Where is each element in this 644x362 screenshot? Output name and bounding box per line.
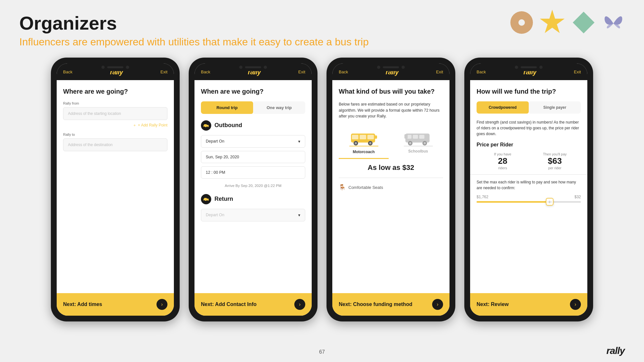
price-divider bbox=[470, 174, 587, 175]
exit-button[interactable]: Exit bbox=[436, 70, 443, 74]
motorcoach-option[interactable]: Motorcoach bbox=[339, 126, 389, 159]
slider-fill bbox=[477, 201, 550, 203]
return-chevron: ▾ bbox=[298, 213, 300, 218]
camera-icon-2 bbox=[539, 66, 543, 69]
add-rally-point-label: + Add Rally Point bbox=[138, 123, 167, 127]
riders-label: riders bbox=[477, 166, 529, 170]
comfort-label: Comfortable Seats bbox=[348, 185, 383, 190]
add-rally-point-button[interactable]: ＋ + Add Rally Point bbox=[63, 123, 167, 128]
seat-icon: 🪑 bbox=[339, 184, 346, 191]
svg-point-7 bbox=[206, 200, 208, 201]
svg-rect-5 bbox=[204, 198, 207, 199]
crowdpowered-button[interactable]: Crowdpowered bbox=[477, 101, 529, 114]
phones-row: Back rally Exit Where are we going? Rall… bbox=[19, 58, 625, 321]
bus-description: Below fares are estimated based on our p… bbox=[339, 101, 443, 119]
page-number: 67 bbox=[319, 349, 325, 355]
back-button[interactable]: Back bbox=[63, 70, 72, 74]
bus-options: Motorcoach bbox=[339, 126, 443, 159]
page-container: Organizers Influencers are empowered wit… bbox=[0, 0, 644, 362]
back-button[interactable]: Back bbox=[201, 70, 210, 74]
svg-rect-1 bbox=[204, 124, 207, 125]
cta-3-label: Next: Choose funding method bbox=[339, 302, 412, 307]
shape-butterfly-icon bbox=[602, 12, 625, 33]
arrive-by-text: Arrive By Sep 20, 2020 @1:22 PM bbox=[201, 184, 305, 188]
date-field[interactable]: Sun, Sep 20, 2020 bbox=[201, 151, 305, 163]
exit-button[interactable]: Exit bbox=[298, 70, 305, 74]
slider-thumb: ◁▷ bbox=[546, 198, 554, 206]
phone-2-notch bbox=[227, 63, 279, 71]
return-title: Return bbox=[214, 196, 233, 202]
screen-4-title: How will we fund the trip? bbox=[477, 87, 581, 96]
exit-button[interactable]: Exit bbox=[160, 70, 167, 74]
cta-4-arrow: › bbox=[570, 299, 581, 310]
exit-button[interactable]: Exit bbox=[574, 70, 581, 74]
phone-3-screen: Back rally Exit What kind of bus will yo… bbox=[332, 63, 450, 316]
date-value: Sun, Sep 20, 2020 bbox=[206, 155, 239, 159]
svg-point-6 bbox=[204, 200, 205, 201]
svg-point-13 bbox=[355, 142, 357, 144]
phone-4-content: How will we fund the trip? Crowdpowered … bbox=[470, 80, 587, 293]
phone-4: Back rally Exit How will we fund the tri… bbox=[464, 58, 593, 321]
motorcoach-label: Motorcoach bbox=[353, 150, 374, 154]
schoolbus-option[interactable]: Schoolbus bbox=[393, 126, 443, 159]
return-depart-field[interactable]: Depart On ▾ bbox=[201, 209, 305, 221]
phone-2-screen: Back rally Exit When are we going? Round… bbox=[194, 63, 312, 316]
shape-circle-icon bbox=[510, 11, 533, 34]
then-pay-col: Then you'll pay $63 per rider bbox=[529, 152, 581, 170]
to-address-input[interactable]: Address of the destination bbox=[63, 138, 167, 151]
rally-from-label: Rally from bbox=[63, 101, 167, 105]
svg-rect-10 bbox=[360, 135, 366, 139]
cta-1-arrow: › bbox=[156, 299, 167, 310]
screen-2-title: When are we going? bbox=[201, 87, 305, 96]
phone-4-cta[interactable]: Next: Review › bbox=[470, 293, 587, 316]
speaker-icon bbox=[521, 66, 537, 68]
if-you-have-label: If you have bbox=[477, 152, 529, 156]
time-field[interactable]: 12 : 00 PM bbox=[201, 166, 305, 179]
fund-toggle: Crowdpowered Single payer bbox=[477, 101, 581, 114]
fund-description: Find strength (and cost savings) in numb… bbox=[477, 119, 581, 137]
phone-4-notch bbox=[503, 63, 554, 71]
screen-1-title: Where are we going? bbox=[63, 87, 167, 96]
time-value: 12 : 00 PM bbox=[206, 170, 225, 175]
per-rider-price: $63 bbox=[529, 156, 581, 166]
phone-2: Back rally Exit When are we going? Round… bbox=[189, 58, 317, 321]
camera-icon-2 bbox=[126, 66, 129, 69]
slider-track[interactable]: ◁▷ bbox=[477, 201, 581, 203]
camera-icon bbox=[101, 66, 105, 69]
shape-star-icon bbox=[539, 10, 565, 35]
price-banner: As low as $32 bbox=[339, 163, 443, 172]
phone-1-screen: Back rally Exit Where are we going? Rall… bbox=[57, 63, 174, 316]
back-button[interactable]: Back bbox=[339, 70, 348, 74]
return-depart-label: Depart On bbox=[206, 213, 224, 217]
set-max-desc: Set the max each rider is willing to pay… bbox=[477, 179, 581, 191]
phone-1-cta[interactable]: Next: Add times › bbox=[57, 293, 174, 316]
svg-rect-20 bbox=[419, 135, 424, 139]
price-per-rider-title: Price per Rider bbox=[477, 142, 581, 148]
trip-toggle: Round trip One way trip bbox=[201, 101, 305, 114]
slider-min-label: $1,762 bbox=[477, 195, 488, 199]
speaker-icon bbox=[245, 66, 261, 68]
one-way-button[interactable]: One way trip bbox=[253, 101, 305, 114]
svg-point-22 bbox=[409, 142, 411, 144]
cta-1-label: Next: Add times bbox=[63, 302, 102, 307]
phone-2-content: When are we going? Round trip One way tr… bbox=[194, 80, 312, 293]
price-grid: If you have 28 riders Then you'll pay $6… bbox=[477, 152, 581, 170]
camera-icon-2 bbox=[264, 66, 267, 69]
single-payer-button[interactable]: Single payer bbox=[529, 101, 581, 114]
screen-3-title: What kind of bus will you take? bbox=[339, 87, 443, 96]
phone-1-content: Where are we going? Rally from Address o… bbox=[57, 80, 174, 293]
comfort-row: 🪑 Comfortable Seats bbox=[339, 181, 443, 194]
depart-on-field[interactable]: Depart On ▾ bbox=[201, 135, 305, 148]
slider-labels-row: $1,762 $32 bbox=[477, 195, 581, 199]
from-address-input[interactable]: Address of the starting location bbox=[63, 107, 167, 120]
speaker-icon bbox=[383, 66, 399, 68]
depart-chevron: ▾ bbox=[298, 139, 300, 144]
return-header: Return bbox=[201, 194, 305, 204]
svg-rect-16 bbox=[374, 135, 377, 139]
svg-point-15 bbox=[369, 142, 371, 144]
phone-1-notch bbox=[90, 63, 141, 71]
phone-3-cta[interactable]: Next: Choose funding method › bbox=[332, 293, 450, 316]
back-button[interactable]: Back bbox=[477, 70, 486, 74]
round-trip-button[interactable]: Round trip bbox=[201, 101, 253, 114]
phone-2-cta[interactable]: Next: Add Contact Info › bbox=[194, 293, 312, 316]
